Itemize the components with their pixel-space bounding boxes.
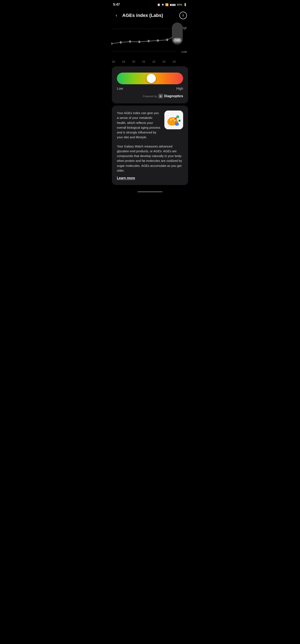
- gauge-low-label: Low: [117, 87, 123, 90]
- page-title: AGEs index (Labs): [122, 13, 163, 18]
- svg-point-5: [157, 39, 159, 42]
- header: ‹ AGEs index (Labs) i: [109, 8, 191, 22]
- chart-inner: High Low 18 19 20 21: [111, 22, 189, 64]
- diagnoptics-name: Diagnoptics: [164, 94, 183, 98]
- gauge-high-label: High: [176, 87, 183, 90]
- svg-text:D: D: [160, 95, 161, 98]
- date-19: 19: [122, 60, 125, 63]
- header-left: ‹ AGEs index (Labs): [113, 12, 163, 19]
- date-labels: 18 19 20 21 22 23 24: [111, 60, 176, 63]
- info-secondary-text: Your Galaxy Watch measures advanced glyc…: [117, 144, 183, 173]
- svg-point-1: [120, 41, 122, 44]
- date-18: 18: [112, 60, 115, 63]
- chart-container: High Low 18 19 20 21: [109, 22, 191, 64]
- app-icon: [164, 110, 183, 129]
- status-time: 5:47: [113, 3, 120, 6]
- info-top-section: Your AGEs index can give you a sense of …: [117, 110, 183, 140]
- bottom-indicator: [109, 187, 191, 194]
- diagnoptics-icon: D: [158, 94, 163, 98]
- info-card: Your AGEs index can give you a sense of …: [112, 106, 188, 185]
- svg-point-4: [147, 40, 150, 42]
- wifi-icon: 📶: [165, 3, 169, 6]
- info-primary-text: Your AGEs index can give you a sense of …: [117, 110, 161, 140]
- svg-point-18: [176, 115, 179, 118]
- date-24: 24: [173, 60, 175, 63]
- diagnoptics-logo: D Diagnoptics: [158, 94, 183, 98]
- svg-point-17: [175, 118, 177, 120]
- line-chart: [111, 28, 176, 54]
- alarm-icon: ⏰: [157, 3, 160, 6]
- powered-by-section: Powered by D Diagnoptics: [117, 94, 183, 98]
- date-20: 20: [132, 60, 135, 63]
- svg-point-2: [129, 40, 131, 43]
- status-bar: 5:47 ⏰ ✱ 📶 ▮▮▮▮ 80% 🔋: [109, 0, 191, 8]
- bluetooth-icon: ✱: [162, 3, 164, 6]
- powered-by-text: Powered by: [143, 95, 157, 98]
- gauge-labels: Low High: [117, 87, 183, 90]
- back-arrow-icon: ‹: [116, 13, 117, 18]
- back-button[interactable]: ‹: [113, 12, 120, 19]
- status-icons: ⏰ ✱ 📶 ▮▮▮▮ 80% 🔋: [157, 3, 187, 6]
- date-21: 21: [142, 60, 145, 63]
- info-icon: i: [183, 14, 184, 17]
- battery-icon: 🔋: [184, 3, 187, 6]
- chart-tooltip: 7/25: [172, 22, 183, 45]
- chart-low-label: Low: [181, 50, 187, 54]
- svg-point-16: [175, 122, 179, 126]
- svg-rect-19: [179, 120, 180, 122]
- gauge-card: Low High Powered by D Diagnoptics: [112, 66, 188, 104]
- learn-more-link[interactable]: Learn more: [117, 176, 135, 180]
- signal-icon: ▮▮▮▮: [170, 3, 176, 6]
- svg-point-6: [166, 38, 168, 41]
- svg-point-3: [138, 41, 140, 43]
- date-23: 23: [163, 60, 165, 63]
- date-22: 22: [152, 60, 155, 63]
- info-button[interactable]: i: [179, 12, 187, 19]
- svg-point-0: [111, 42, 112, 45]
- selected-date-badge: 7/25: [173, 38, 181, 42]
- gauge-track: [117, 72, 183, 84]
- battery-level: 80%: [177, 3, 182, 6]
- nav-pill: [137, 191, 163, 192]
- gauge-thumb: [147, 74, 156, 83]
